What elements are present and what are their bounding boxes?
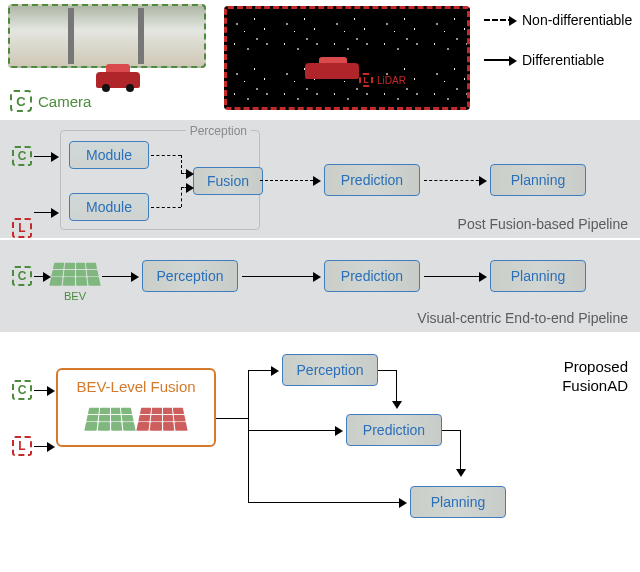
camera-legend: C Camera [10,90,91,112]
arrow-perc-out-h [378,370,396,371]
pipeline-visual-centric: C BEV Perception Prediction Planning Vis… [0,240,640,332]
c-tag-p2: C [12,266,32,286]
arrow-pred-plan-p2 [424,276,484,277]
arrow-l-module [34,212,56,213]
fusion-lidar-grid-icon [136,408,187,431]
arrow-c-fusionbox [34,390,52,391]
lidar-inner-legend: L LiDAR [359,73,406,87]
pipeline1-label: Post Fusion-based Pipeline [458,216,628,232]
camera-label: Camera [38,93,91,110]
module-c-tile: Module [69,141,149,169]
module-l-tile: Module [69,193,149,221]
prediction-tile-p3: Prediction [346,414,442,446]
diff-label: Differentiable [522,52,604,68]
arrow-perc-pred-v [396,370,397,406]
ego-car-icon [96,64,142,94]
planning-tile-p2: Planning [490,260,586,292]
fusion-cam-grid-icon [84,408,135,431]
arrow-trunk-plan [248,502,404,503]
bev-fusion-box: BEV-Level Fusion [56,368,216,447]
planning-tile-p1: Planning [490,164,586,196]
nondiff-label: Non-differentiable [522,12,632,28]
diff-legend-row: Differentiable [484,52,632,68]
arrow-pred-out-h [442,430,460,431]
solid-arrow-icon [484,59,514,61]
arrow-modc-fusion-v [181,155,182,173]
pipeline2-label: Visual-centric End-to-end Pipeline [417,310,628,326]
prediction-tile-p1: Prediction [324,164,420,196]
arrow-trunk-pred [248,430,340,431]
perception-group-box: Perception Module Module Fusion [60,130,260,230]
perception-group-label: Perception [186,124,251,138]
arrow-modc-fusion-h [151,155,181,156]
l-tag-p1: L [12,218,32,238]
pipeline-fusionad: C L BEV-Level Fusion Perception Predicti… [0,338,640,538]
arrow-c-module [34,156,56,157]
lidar-inner-label: LiDAR [377,75,406,86]
arrow-perc-pred-p2 [242,276,318,277]
trunk-arrow [216,418,248,419]
fusion-grids [87,401,185,435]
lidar-image: L LiDAR [224,6,470,110]
lidar-car-icon [305,57,363,79]
camera-image [8,4,206,68]
pipeline-post-fusion: C L Perception Module Module Fusion Pred… [0,120,640,238]
prediction-tile-p2: Prediction [324,260,420,292]
nondiff-legend-row: Non-differentiable [484,12,632,28]
arrow-modc-fusion-into [181,173,191,174]
arrow-modl-fusion-v [181,187,182,207]
bev-fusion-title: BEV-Level Fusion [76,378,195,395]
bev-label: BEV [52,290,98,302]
arrow-pred-plan-v [460,430,461,474]
lidar-tag-icon: L [359,73,373,87]
arrow-legend: Non-differentiable Differentiable [484,12,632,92]
camera-tag-icon: C [10,90,32,112]
arrow-l-fusionbox [34,446,52,447]
bev-grid-icon [49,263,100,286]
fusion-tile: Fusion [193,167,263,195]
c-tag-p1: C [12,146,32,166]
pipeline3-label: ProposedFusionAD [562,358,628,396]
trunk-vertical [248,370,249,502]
perception-tile-p2: Perception [142,260,238,292]
arrow-modl-fusion-into [181,187,191,188]
arrow-modl-fusion-h [151,207,181,208]
arrow-trunk-perc [248,370,276,371]
planning-tile-p3: Planning [410,486,506,518]
bev-grid-wrapper: BEV [52,256,98,302]
l-tag-p3: L [12,436,32,456]
arrow-c-bev [34,276,48,277]
arrow-fusion-pred [260,180,318,181]
c-tag-p3: C [12,380,32,400]
perception-tile-p3: Perception [282,354,378,386]
top-legend-row: C Camera L LiDAR Non-differentiable Diff… [0,0,640,120]
dashed-arrow-icon [484,19,514,21]
arrow-pred-plan-p1 [424,180,484,181]
sensor-tags-p1: C L [12,146,32,238]
arrow-bev-perc [102,276,136,277]
